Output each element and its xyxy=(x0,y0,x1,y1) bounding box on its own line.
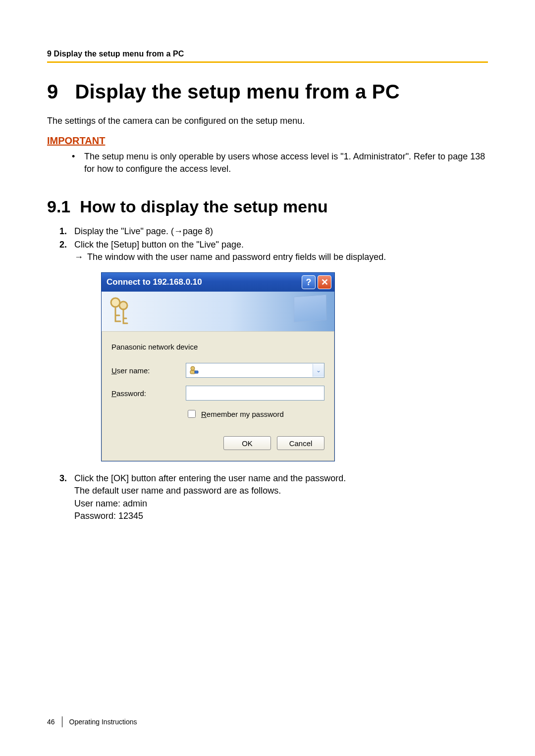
doc-title: Operating Instructions xyxy=(69,718,137,726)
remember-row: Remember my password xyxy=(186,408,324,419)
svg-rect-4 xyxy=(195,371,198,373)
svg-point-2 xyxy=(191,366,195,370)
footer-separator xyxy=(62,716,62,727)
user-icon xyxy=(188,365,199,376)
intro-paragraph: The settings of the camera can be config… xyxy=(47,116,488,126)
close-button[interactable]: ✕ xyxy=(318,275,331,289)
password-field-wrap[interactable] xyxy=(186,386,324,401)
close-icon: ✕ xyxy=(321,276,328,289)
chevron-down-icon: ⌄ xyxy=(316,366,321,375)
arrow-icon: → xyxy=(74,251,87,263)
header-rule xyxy=(47,61,488,63)
chapter-title: Display the setup menu from a PC xyxy=(75,81,399,102)
realm-text: Panasonic network device xyxy=(111,342,324,352)
username-dropdown-button[interactable]: ⌄ xyxy=(313,364,324,377)
page-number: 46 xyxy=(47,718,55,726)
section-title: How to display the setup menu xyxy=(80,197,328,216)
step-3: Click the [OK] button after entering the… xyxy=(74,472,488,522)
password-row: Password: xyxy=(111,386,324,401)
username-row: User name: ⌄ xyxy=(111,363,324,378)
step-1: Display the "Live" page. (→page 8) xyxy=(74,225,488,238)
running-header: 9 Display the setup menu from a PC xyxy=(47,50,488,58)
remember-label: Remember my password xyxy=(201,409,284,419)
svg-point-1 xyxy=(119,302,127,309)
help-button[interactable]: ? xyxy=(302,275,316,289)
step-2-result: →The window with the user name and passw… xyxy=(74,251,488,263)
help-icon: ? xyxy=(306,276,312,289)
auth-dialog-figure: Connect to 192.168.0.10 ? ✕ xyxy=(101,272,488,461)
username-input[interactable] xyxy=(201,364,313,377)
chapter-number: 9 xyxy=(47,81,58,102)
keys-icon xyxy=(107,296,133,327)
password-input[interactable] xyxy=(186,387,324,400)
svg-point-0 xyxy=(111,298,120,307)
remember-checkbox[interactable] xyxy=(188,410,196,418)
steps-list: Display the "Live" page. (→page 8) Click… xyxy=(47,225,488,522)
page-footer: 46 Operating Instructions xyxy=(47,716,137,727)
chapter-heading: 9 Display the setup menu from a PC xyxy=(47,81,488,103)
cancel-button[interactable]: Cancel xyxy=(277,436,324,450)
important-note-list: The setup menu is only operable by users… xyxy=(47,151,488,175)
section-number: 9.1 xyxy=(47,197,70,216)
username-label: User name: xyxy=(111,365,186,376)
password-label: Password: xyxy=(111,388,186,399)
ok-button[interactable]: OK xyxy=(223,436,271,450)
username-combo[interactable]: ⌄ xyxy=(186,363,324,378)
auth-dialog: Connect to 192.168.0.10 ? ✕ xyxy=(101,272,335,461)
step-2: Click the [Setup] button on the "Live" p… xyxy=(74,239,488,461)
section-heading: 9.1 How to display the setup menu xyxy=(47,197,488,216)
important-label: IMPORTANT xyxy=(47,135,488,147)
server-icon xyxy=(294,296,326,321)
dialog-titlebar: Connect to 192.168.0.10 ? ✕ xyxy=(102,273,334,292)
dialog-title: Connect to 192.168.0.10 xyxy=(107,276,300,288)
dialog-banner xyxy=(102,292,334,332)
important-note: The setup menu is only operable by users… xyxy=(84,151,488,175)
